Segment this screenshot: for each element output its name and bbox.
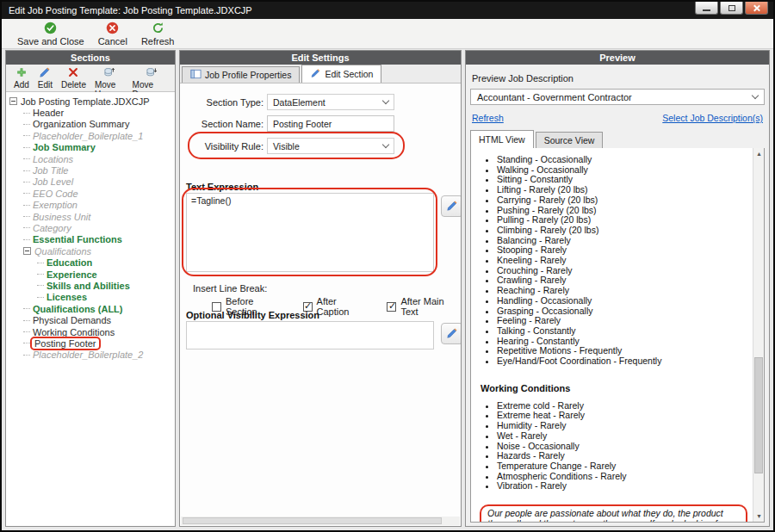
vertical-scrollbar[interactable]: ▲ ▼	[753, 148, 764, 522]
tree-item-placeholder-boilerplate-1[interactable]: Placeholder_Boilerplate_1	[6, 130, 175, 141]
tree-item-licenses[interactable]: Licenses	[6, 292, 175, 303]
tree-item-posting-footer[interactable]: Posting Footer	[6, 337, 175, 349]
delete-x-icon	[67, 66, 79, 80]
horizontal-scrollbar[interactable]	[181, 517, 460, 525]
refresh-button[interactable]: Refresh	[134, 21, 182, 47]
optional-visibility-edit-button[interactable]	[441, 323, 462, 344]
job-description-dropdown[interactable]: Accountant - Government Contractor	[470, 89, 765, 105]
tree-item-label: Job Posting Template.JDXCJP	[21, 96, 150, 107]
add-button[interactable]: Add	[9, 66, 34, 90]
tree-item-label: Physical Demands	[33, 315, 111, 325]
edit-button[interactable]: Edit	[34, 66, 57, 90]
text-expression-edit-button[interactable]	[441, 195, 462, 217]
optional-visibility-input[interactable]	[186, 321, 434, 350]
tree-connector	[23, 331, 30, 332]
tree-item-job-summary[interactable]: Job Summary	[6, 142, 175, 153]
checkbox-after-main-text[interactable]: After Main Text	[387, 296, 461, 317]
tree-item-experience[interactable]: Experience	[6, 269, 175, 280]
database-up-icon	[103, 66, 115, 80]
tree-item-job-level[interactable]: Job Level	[6, 176, 175, 188]
tree-connector	[37, 285, 44, 286]
tree-item-eeo-code[interactable]: EEO Code	[6, 188, 175, 199]
text-expression-input[interactable]: =Tagline()	[186, 193, 434, 272]
refresh-link[interactable]: Refresh	[472, 113, 504, 123]
tab-label: Job Profile Properties	[205, 70, 291, 80]
tree-item-header[interactable]: Header	[6, 107, 175, 118]
tree-item-education[interactable]: Education	[6, 257, 175, 268]
plus-icon	[16, 66, 28, 80]
save-and-close-button[interactable]: Save and Close	[10, 21, 91, 47]
preview-content: Preview Job Description Accountant - Gov…	[466, 65, 769, 526]
edit-settings-panel: Edit Settings Job Profile Properties Edi…	[179, 50, 462, 527]
tree-item-job-posting-template-jdxcjp[interactable]: Job Posting Template.JDXCJP	[6, 96, 175, 107]
preview-panel-title: Preview	[466, 51, 769, 65]
tree-item-skills-and-abilities[interactable]: Skills and Abilities	[6, 280, 175, 291]
tab-html-view[interactable]: HTML View	[470, 130, 534, 148]
cancel-button[interactable]: Cancel	[91, 21, 134, 47]
section-type-value: DataElement	[273, 97, 326, 108]
delete-button[interactable]: Delete	[57, 66, 90, 90]
section-type-dropdown[interactable]: DataElement	[267, 94, 394, 110]
select-job-descriptions-link[interactable]: Select Job Description(s)	[662, 113, 763, 123]
tree-item-exemption[interactable]: Exemption	[6, 200, 175, 211]
tree-item-category[interactable]: Category	[6, 222, 175, 233]
scrollbar-thumb[interactable]	[754, 357, 763, 473]
tab-source-view[interactable]: Source View	[536, 132, 604, 148]
section-name-input[interactable]: Posting Footer	[267, 115, 394, 132]
tree-item-organization-summary[interactable]: Organization Summary	[6, 119, 175, 130]
window-title: Edit Job Posting Template: Job Posting T…	[9, 2, 252, 19]
scroll-down-arrow-icon[interactable]: ▼	[753, 510, 765, 522]
scrollbar-thumb[interactable]	[183, 517, 442, 524]
chevron-down-icon	[382, 141, 389, 148]
section-type-row: Section Type: DataElement	[180, 94, 394, 110]
tab-label: HTML View	[479, 134, 525, 145]
sections-panel: Sections Add Edit	[5, 50, 176, 527]
tree-item-label: Job Level	[33, 176, 73, 187]
list-item: Talking - Constantly	[497, 326, 749, 337]
edit-section-form: Section Type: DataElement Section Name: …	[180, 83, 461, 526]
tree-connector	[23, 158, 30, 159]
checkbox-icon[interactable]	[387, 302, 396, 312]
tree-item-physical-demands[interactable]: Physical Demands	[6, 314, 175, 325]
tab-edit-section[interactable]: Edit Section	[301, 65, 381, 83]
tree-item-label: Placeholder_Boilerplate_2	[33, 350, 143, 360]
tree-item-essential-functions[interactable]: Essential Functions	[6, 234, 175, 245]
tree-item-label: Qualifications	[34, 246, 91, 257]
preview-links: Refresh Select Job Description(s)	[472, 113, 763, 123]
tree-item-qualifications[interactable]: Qualifications	[6, 245, 175, 257]
chevron-down-icon	[382, 97, 389, 104]
visibility-rule-dropdown[interactable]: Visible	[267, 138, 394, 154]
section-name-value: Posting Footer	[273, 119, 332, 129]
tree-connector	[37, 274, 44, 275]
grid-icon	[190, 69, 202, 81]
tree-collapse-icon[interactable]	[23, 247, 31, 255]
preview-working-conditions-list: Extreme cold - RarelyExtreme heat - Rare…	[480, 401, 749, 492]
tree-item-qualifications-all-[interactable]: Qualifications (ALL)	[6, 303, 175, 314]
tree-item-label: Skills and Abilities	[46, 281, 130, 291]
tree-item-job-title[interactable]: Job Title	[6, 164, 175, 176]
tree-item-locations[interactable]: Locations	[6, 153, 175, 164]
list-item: Eye/Hand/Foot Coordination - Frequently	[497, 356, 749, 367]
tree-item-label: Qualifications (ALL)	[33, 304, 123, 314]
tree-item-label: Posting Footer	[30, 337, 101, 350]
html-view-document: Standing - OccasionallyWalking - Occasio…	[471, 148, 753, 522]
maximize-button[interactable]	[720, 2, 743, 15]
tree-item-business-unit[interactable]: Business Unit	[6, 211, 175, 222]
edit-settings-panel-title: Edit Settings	[180, 51, 461, 65]
close-button[interactable]	[745, 2, 768, 15]
tree-item-label: Education	[46, 257, 92, 268]
database-down-icon	[146, 66, 158, 80]
tab-job-profile-properties[interactable]: Job Profile Properties	[182, 66, 300, 83]
tree-connector	[23, 308, 30, 309]
pencil-icon	[39, 66, 51, 80]
delete-label: Delete	[61, 80, 86, 90]
tree-connector	[23, 147, 30, 148]
list-item: Carrying - Rarely (20 lbs)	[497, 195, 749, 206]
tree-collapse-icon[interactable]	[9, 97, 17, 105]
tree-item-placeholder-boilerplate-2[interactable]: Placeholder_Boilerplate_2	[6, 350, 175, 361]
list-item: Temperature Change - Rarely	[497, 461, 749, 472]
minimize-button[interactable]	[695, 2, 718, 15]
scroll-up-arrow-icon[interactable]: ▲	[753, 148, 765, 159]
add-label: Add	[14, 80, 29, 90]
sections-panel-title: Sections	[6, 51, 175, 65]
